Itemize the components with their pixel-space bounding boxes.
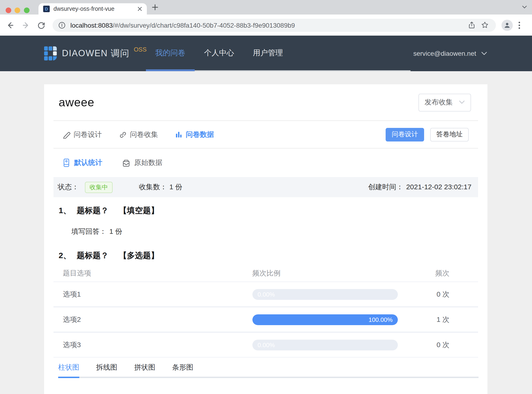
question-1-answer: 填写回答：1 份 bbox=[71, 225, 487, 238]
percent-bar: 100.00% bbox=[252, 314, 398, 325]
tab-raw-data[interactable]: 原始数据 bbox=[122, 158, 162, 167]
options-table: 题目选项 频次比例 频次 选项1 0.00% 0 次 选项2 bbox=[53, 265, 478, 358]
url-bar[interactable]: localhost:8083/#/dw/survey/d/chart/c98fa… bbox=[53, 19, 496, 32]
link-icon bbox=[119, 130, 127, 138]
question-1-index: 1、 bbox=[59, 206, 71, 215]
tab-survey-collect[interactable]: 问卷收集 bbox=[119, 130, 158, 139]
browser-tabstrip: D dwsurvey-oss-front-vue bbox=[0, 0, 532, 15]
option-label: 选项1 bbox=[53, 290, 252, 299]
question-2-heading: 2、题标题？【多选题】 bbox=[59, 249, 487, 263]
browser-menu-icon[interactable] bbox=[518, 21, 520, 29]
publish-collect-value: 发布收集 bbox=[425, 98, 453, 107]
new-tab-button[interactable] bbox=[152, 4, 158, 10]
table-row: 选项2 100.00% 1 次 bbox=[53, 307, 478, 332]
survey-card: aweee 发布收集 问卷设计 问卷收集 bbox=[44, 84, 487, 394]
tab-default-stats[interactable]: 默认统计 bbox=[62, 158, 102, 167]
table-row: 选项1 0.00% 0 次 bbox=[53, 282, 478, 307]
percent-bar: 0.00% bbox=[252, 289, 398, 300]
reload-button[interactable] bbox=[36, 20, 47, 31]
tab-survey-design[interactable]: 问卷设计 bbox=[62, 130, 102, 139]
site-info-icon[interactable] bbox=[58, 21, 66, 29]
diaowen-logo-icon bbox=[44, 46, 57, 60]
tab-title: dwsurvey-oss-front-vue bbox=[53, 6, 135, 12]
created-time: 创建时间： 2021-12-02 23:02:17 bbox=[368, 183, 472, 192]
nav-item-user-management[interactable]: 用户管理 bbox=[244, 36, 292, 71]
tab-bar-chart[interactable]: 条形图 bbox=[172, 358, 193, 378]
count-value: 1 次 bbox=[398, 315, 478, 324]
bar-label: 0.00% bbox=[258, 339, 275, 350]
question-1-heading: 1、题标题？【填空题】 bbox=[59, 204, 487, 218]
nav-item-my-surveys[interactable]: 我的问卷 bbox=[146, 36, 195, 71]
tab-default-stats-label: 默认统计 bbox=[74, 158, 102, 167]
nav-item-personal-center[interactable]: 个人中心 bbox=[195, 36, 244, 71]
forward-button[interactable] bbox=[20, 20, 32, 31]
browser-tab[interactable]: D dwsurvey-oss-front-vue bbox=[38, 3, 147, 15]
pencil-icon bbox=[62, 130, 70, 138]
page-background: aweee 发布收集 问卷设计 问卷收集 bbox=[0, 71, 532, 394]
browser-profile-avatar[interactable] bbox=[501, 20, 513, 31]
brand-name: DIAOWEN 调问 bbox=[62, 47, 129, 59]
browser-toolbar: localhost:8083/#/dw/survey/d/chart/c98fa… bbox=[0, 15, 532, 36]
chart-type-tabs: 柱状图 拆线图 拼状图 条形图 bbox=[58, 358, 479, 378]
publish-collect-select[interactable]: 发布收集 bbox=[419, 93, 471, 111]
account-menu[interactable]: service@diaowen.net bbox=[413, 36, 487, 71]
answer-url-button[interactable]: 答卷地址 bbox=[430, 128, 469, 141]
tab-survey-data[interactable]: 问卷数据 bbox=[175, 130, 214, 139]
question-2-type: 【多选题】 bbox=[119, 251, 159, 260]
count-value: 0 次 bbox=[398, 340, 478, 349]
window-close-button[interactable] bbox=[6, 7, 11, 13]
status-label: 状态： bbox=[58, 183, 79, 192]
collect-count-label: 收集数： bbox=[139, 183, 167, 192]
select-chevron-down-icon bbox=[459, 100, 465, 104]
header-option: 题目选项 bbox=[53, 269, 252, 278]
back-button[interactable] bbox=[5, 20, 16, 31]
main-nav: 我的问卷 个人中心 用户管理 bbox=[146, 36, 410, 71]
stats-tabs: 默认统计 原始数据 bbox=[44, 149, 487, 177]
answer-label: 填写回答： bbox=[71, 227, 106, 235]
collect-count-value: 1 份 bbox=[169, 183, 182, 192]
app-logo[interactable]: DIAOWEN 调问 OSS bbox=[44, 36, 147, 71]
url-host: localhost:8083 bbox=[70, 21, 113, 29]
tab-survey-collect-label: 问卷收集 bbox=[130, 130, 158, 139]
favicon-icon: D bbox=[43, 6, 50, 12]
question-1-type: 【填空题】 bbox=[119, 206, 159, 215]
answer-value: 1 份 bbox=[109, 227, 122, 235]
window-zoom-button[interactable] bbox=[24, 7, 30, 13]
bar-label: 100.00% bbox=[368, 314, 393, 325]
bar-label: 0.00% bbox=[258, 289, 275, 300]
table-header-row: 题目选项 频次比例 频次 bbox=[53, 265, 478, 282]
tab-line-chart[interactable]: 拆线图 bbox=[96, 358, 117, 378]
header-percent: 频次比例 bbox=[252, 269, 398, 278]
url-text[interactable]: localhost:8083/#/dw/survey/d/chart/c98fa… bbox=[70, 21, 464, 29]
option-label: 选项3 bbox=[53, 340, 252, 349]
survey-design-button[interactable]: 问卷设计 bbox=[386, 128, 424, 141]
survey-section-tabs: 问卷设计 问卷收集 问卷数据 问卷设计 答卷地址 bbox=[44, 121, 487, 148]
tag-icon bbox=[62, 158, 70, 167]
percent-bar: 0.00% bbox=[252, 339, 398, 350]
app-header: DIAOWEN 调问 OSS 我的问卷 个人中心 用户管理 service@di… bbox=[0, 36, 532, 71]
table-row: 选项3 0.00% 0 次 bbox=[53, 332, 478, 358]
header-count: 频次 bbox=[398, 269, 478, 278]
tab-survey-design-label: 问卷设计 bbox=[74, 130, 102, 139]
tab-overview-chevron-icon[interactable] bbox=[522, 5, 527, 9]
bookmark-star-icon[interactable] bbox=[479, 20, 490, 31]
count-value: 0 次 bbox=[398, 290, 478, 299]
window-minimize-button[interactable] bbox=[15, 7, 20, 13]
tab-close-icon[interactable] bbox=[138, 7, 142, 11]
question-2-index: 2、 bbox=[59, 251, 71, 260]
question-2-title: 题标题？ bbox=[77, 251, 109, 260]
tab-pie-chart[interactable]: 拼状图 bbox=[134, 358, 155, 378]
question-1-title: 题标题？ bbox=[77, 206, 109, 215]
share-icon[interactable] bbox=[466, 20, 477, 31]
brand-suffix: OSS bbox=[134, 46, 147, 53]
archive-box-icon bbox=[122, 159, 130, 166]
svg-text:D: D bbox=[45, 7, 48, 11]
survey-title: aweee bbox=[59, 96, 94, 109]
created-time-label: 创建时间： bbox=[368, 183, 403, 192]
status-badge: 收集中 bbox=[85, 181, 113, 193]
status-bar: 状态： 收集中 收集数： 1 份 创建时间： 2021-12-02 23:02:… bbox=[53, 177, 478, 197]
url-path: /#/dw/survey/d/chart/c98fa140-50b7-4052-… bbox=[113, 21, 295, 29]
tab-column-chart[interactable]: 柱状图 bbox=[58, 358, 79, 378]
action-buttons: 问卷设计 答卷地址 bbox=[386, 128, 469, 141]
tab-raw-data-label: 原始数据 bbox=[134, 158, 162, 167]
